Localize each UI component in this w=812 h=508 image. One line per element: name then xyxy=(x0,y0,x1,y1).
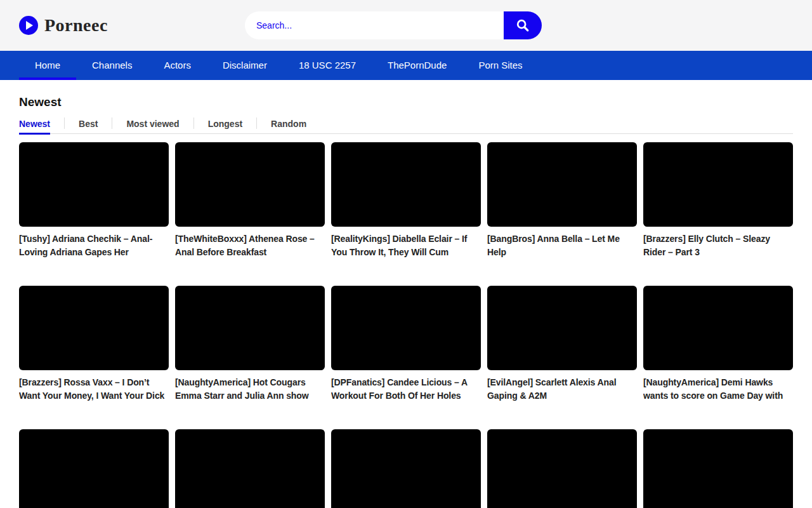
tab-separator xyxy=(112,117,112,129)
play-icon xyxy=(19,16,38,35)
video-thumbnail[interactable] xyxy=(331,142,481,227)
video-thumbnail[interactable] xyxy=(487,142,637,227)
tab-separator xyxy=(64,117,65,129)
video-title[interactable]: [TheWhiteBoxxx] Athenea Rose – Anal Befo… xyxy=(175,232,325,259)
tab-newest[interactable]: Newest xyxy=(19,117,50,134)
video-title[interactable]: [DPFanatics] Candee Licious – A Workout … xyxy=(331,376,481,403)
page-title: Newest xyxy=(19,95,793,109)
search-icon xyxy=(516,18,530,32)
nav-item-actors[interactable]: Actors xyxy=(148,51,207,80)
video-card: [BangBros] Anna Bella – Let Me Help xyxy=(487,142,637,259)
video-card: [Brazzers] Elly Clutch – Sleazy Rider – … xyxy=(643,142,793,259)
search-bar xyxy=(245,11,542,39)
tab-longest[interactable]: Longest xyxy=(208,117,242,134)
video-title[interactable]: [NaughtyAmerica] Hot Cougars Emma Starr … xyxy=(175,376,325,403)
main-content: Newest Newest Best Most viewed Longest R… xyxy=(0,95,812,508)
video-title[interactable]: [BangBros] Anna Bella – Let Me Help xyxy=(487,232,637,259)
tab-best[interactable]: Best xyxy=(79,117,98,134)
nav-item-18-usc-2257[interactable]: 18 USC 2257 xyxy=(283,51,372,80)
site-name: Porneec xyxy=(44,15,108,36)
video-thumbnail[interactable] xyxy=(487,286,637,370)
video-thumbnail[interactable] xyxy=(643,286,793,370)
video-card xyxy=(19,429,169,508)
sort-tabs: Newest Best Most viewed Longest Random xyxy=(19,117,793,134)
search-input[interactable] xyxy=(245,11,504,39)
video-card: [NaughtyAmerica] Demi Hawks wants to sco… xyxy=(643,286,793,403)
video-title[interactable]: [Tushy] Adriana Chechik – Anal-Loving Ad… xyxy=(19,232,169,259)
video-thumbnail[interactable] xyxy=(175,286,325,370)
video-title[interactable]: [RealityKings] Diabella Eclair – If You … xyxy=(331,232,481,259)
video-title[interactable]: [NaughtyAmerica] Demi Hawks wants to sco… xyxy=(643,376,793,403)
video-card: [EvilAngel] Scarlett Alexis Anal Gaping … xyxy=(487,286,637,403)
video-card: [NaughtyAmerica] Hot Cougars Emma Starr … xyxy=(175,286,325,403)
video-grid: [Tushy] Adriana Chechik – Anal-Loving Ad… xyxy=(19,142,793,508)
nav-item-channels[interactable]: Channels xyxy=(76,51,148,80)
search-button[interactable] xyxy=(504,11,542,39)
nav-item-porn-sites[interactable]: Porn Sites xyxy=(462,51,538,80)
video-thumbnail[interactable] xyxy=(331,429,481,508)
video-title[interactable]: [Brazzers] Elly Clutch – Sleazy Rider – … xyxy=(643,232,793,259)
video-thumbnail[interactable] xyxy=(19,286,169,370)
main-nav: Home Channels Actors Disclaimer 18 USC 2… xyxy=(0,51,812,80)
site-header: Porneec xyxy=(0,0,812,51)
tab-random[interactable]: Random xyxy=(271,117,306,134)
tab-separator xyxy=(256,117,257,129)
video-thumbnail[interactable] xyxy=(331,286,481,370)
video-card: [Brazzers] Rossa Vaxx – I Don’t Want You… xyxy=(19,286,169,403)
video-card xyxy=(331,429,481,508)
tab-most-viewed[interactable]: Most viewed xyxy=(126,117,179,134)
video-card xyxy=(175,429,325,508)
video-card: [Tushy] Adriana Chechik – Anal-Loving Ad… xyxy=(19,142,169,259)
video-thumbnail[interactable] xyxy=(643,429,793,508)
nav-item-theporndude[interactable]: ThePornDude xyxy=(372,51,462,80)
video-card xyxy=(487,429,637,508)
video-thumbnail[interactable] xyxy=(487,429,637,508)
tab-separator xyxy=(193,117,194,129)
nav-item-home[interactable]: Home xyxy=(19,51,76,80)
video-card: [TheWhiteBoxxx] Athenea Rose – Anal Befo… xyxy=(175,142,325,259)
video-thumbnail[interactable] xyxy=(643,142,793,227)
video-card: [DPFanatics] Candee Licious – A Workout … xyxy=(331,286,481,403)
video-thumbnail[interactable] xyxy=(19,142,169,227)
video-thumbnail[interactable] xyxy=(175,429,325,508)
video-thumbnail[interactable] xyxy=(175,142,325,227)
video-title[interactable]: [EvilAngel] Scarlett Alexis Anal Gaping … xyxy=(487,376,637,403)
video-title[interactable]: [Brazzers] Rossa Vaxx – I Don’t Want You… xyxy=(19,376,169,403)
video-thumbnail[interactable] xyxy=(19,429,169,508)
video-card xyxy=(643,429,793,508)
nav-item-disclaimer[interactable]: Disclaimer xyxy=(207,51,283,80)
video-card: [RealityKings] Diabella Eclair – If You … xyxy=(331,142,481,259)
logo[interactable]: Porneec xyxy=(19,15,108,36)
